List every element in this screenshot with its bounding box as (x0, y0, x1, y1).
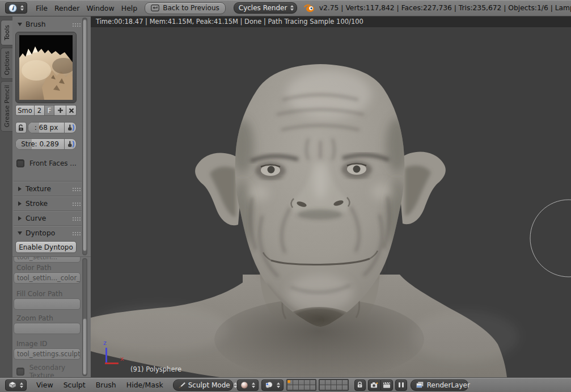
zoom-path-field[interactable] (14, 323, 81, 334)
panel-header-texture[interactable]: Texture (12, 183, 82, 195)
lower-scrollbar[interactable] (82, 258, 87, 376)
image-id-field[interactable]: tool_settings.sculpt.b... (14, 348, 81, 360)
pivot-point-select[interactable] (261, 380, 284, 391)
3d-view-editor-icon (9, 381, 16, 389)
secondary-texture-row: Secondary Texture (16, 364, 91, 377)
panel-title: Curve (26, 214, 46, 222)
panel-header-brush[interactable]: Brush (12, 18, 82, 31)
shelf-scrollbar[interactable] (82, 18, 87, 255)
layer-cell[interactable] (299, 385, 304, 390)
layer-cell[interactable] (337, 380, 342, 385)
menu-view[interactable]: View (33, 381, 56, 389)
layer-cell[interactable] (331, 380, 336, 385)
menu-window[interactable]: Window (83, 4, 117, 12)
chevron-updown-icon (290, 5, 294, 11)
panel-header-curve[interactable]: Curve (12, 212, 82, 225)
render-animation-button[interactable] (380, 380, 393, 391)
panel-drag-dots-icon[interactable] (72, 217, 81, 221)
layer-cell[interactable] (320, 380, 325, 385)
unified-radius-lock-button[interactable] (15, 122, 27, 133)
tab-grease-pencil[interactable]: Grease Pencil (1, 81, 12, 132)
layer-cell[interactable] (331, 385, 336, 390)
menu-file[interactable]: File (33, 4, 50, 12)
layer-cell[interactable] (293, 385, 298, 390)
editor-type-selector[interactable]: i (5, 2, 27, 14)
panel-drag-dots-icon[interactable] (72, 23, 81, 27)
menu-render[interactable]: Render (52, 4, 83, 12)
brush-preview-well[interactable] (15, 32, 77, 103)
panel-drag-dots-icon[interactable] (72, 202, 81, 206)
shelf-upper-region: Brush (12, 16, 91, 256)
brush-radius-slider[interactable]: : 68 px (28, 122, 65, 133)
panel-drag-dots-icon[interactable] (72, 187, 81, 191)
unlock-icon (18, 124, 24, 132)
secondary-texture-checkbox[interactable] (16, 368, 24, 376)
radius-pressure-toggle[interactable] (65, 122, 77, 133)
viewport-shading-select[interactable] (237, 380, 259, 391)
shelf-tab-strip: Tools Options Grease Pencil (0, 16, 12, 377)
brush-name-button[interactable]: Smo (15, 105, 35, 116)
lock-to-scene-button[interactable] (354, 380, 366, 391)
brush-cursor-circle (530, 200, 571, 277)
collapsed-triangle-icon (18, 201, 22, 206)
layers-widget (286, 379, 349, 391)
layer-cell[interactable] (287, 380, 293, 385)
layer-cell[interactable] (304, 385, 310, 390)
layer-cell[interactable] (325, 380, 331, 385)
pause-render-button[interactable] (395, 380, 407, 391)
front-faces-checkbox[interactable] (16, 159, 24, 167)
sculpt-canvas[interactable] (91, 27, 571, 377)
viewport-3d[interactable]: z x (91) Polysphere (91, 27, 571, 377)
layer-cell[interactable] (287, 385, 293, 390)
fill-color-path-field[interactable] (14, 298, 81, 310)
menu-hide-mask[interactable]: Hide/Mask (124, 381, 166, 389)
render-engine-select[interactable]: Cycles Render (234, 2, 297, 14)
back-to-previous-button[interactable]: Back to Previous (145, 2, 226, 14)
front-faces-row: Front Faces ... (16, 159, 77, 167)
panel-drag-dots-icon[interactable] (72, 231, 81, 235)
strength-pressure-toggle[interactable] (65, 138, 77, 150)
pressure-sensitivity-icon (67, 124, 74, 132)
layer-cell[interactable] (299, 380, 304, 385)
back-to-previous-label: Back to Previous (163, 4, 219, 12)
menu-brush[interactable]: Brush (93, 381, 119, 389)
layer-cell[interactable] (310, 385, 315, 390)
layer-cell[interactable] (337, 385, 342, 390)
scrollbar-thumb[interactable] (83, 19, 87, 251)
enable-dyntopo-button[interactable]: Enable Dyntopo (15, 241, 77, 253)
clipped-path-field[interactable]: tool_settin... (14, 256, 81, 263)
layer-cell[interactable] (342, 380, 348, 385)
render-engine-value: Cycles Render (239, 4, 287, 12)
layer-cell[interactable] (293, 380, 298, 385)
panel-separator (14, 181, 82, 182)
tab-options[interactable]: Options (1, 48, 12, 79)
layer-cell[interactable] (310, 380, 315, 385)
pivot-point-icon (265, 381, 273, 389)
layer-cell[interactable] (325, 385, 331, 390)
brush-strength-slider[interactable]: Stre: 0.289 (15, 138, 65, 150)
add-brush-button[interactable] (54, 105, 66, 116)
tab-tools[interactable]: Tools (1, 20, 12, 45)
scrollbar-thumb[interactable] (83, 318, 87, 375)
fake-user-button[interactable]: F (45, 105, 54, 116)
menu-help[interactable]: Help (119, 4, 141, 12)
mode-select[interactable]: Sculpt Mode (173, 380, 233, 391)
panel-header-stroke[interactable]: Stroke (12, 197, 82, 210)
panel-separator (14, 210, 82, 211)
panel-header-dyntopo[interactable]: Dyntopo (12, 227, 82, 239)
axis-x-line (105, 363, 119, 364)
render-layer-select[interactable]: RenderLayer (411, 380, 468, 391)
unlink-brush-button[interactable] (66, 105, 77, 116)
layer-cell[interactable] (342, 385, 348, 390)
color-path-field[interactable]: tool_settin..._color_add (14, 272, 81, 284)
expanded-triangle-icon (18, 23, 22, 26)
render-still-button[interactable] (368, 380, 380, 391)
layers-grid-right (319, 379, 349, 391)
layer-cell[interactable] (320, 385, 325, 390)
editor-type-selector[interactable] (5, 380, 27, 391)
brush-users-count-button[interactable]: 2 (35, 105, 45, 116)
lock-icon (356, 381, 363, 389)
layer-cell[interactable] (304, 380, 310, 385)
menu-sculpt[interactable]: Sculpt (61, 381, 88, 389)
pause-icon (397, 382, 404, 387)
